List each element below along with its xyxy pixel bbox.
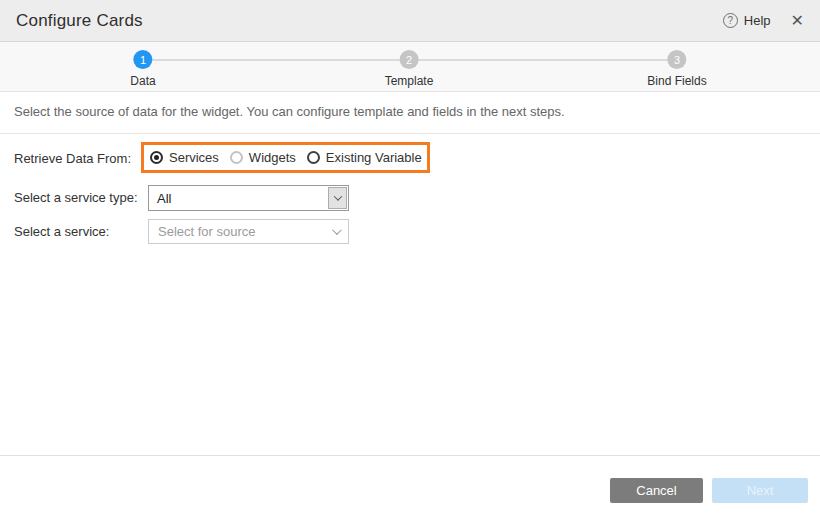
radio-existing-variable-circle[interactable] <box>307 151 320 164</box>
step-3-circle: 3 <box>668 50 687 69</box>
header-actions: ? Help ✕ <box>723 13 804 29</box>
close-icon[interactable]: ✕ <box>791 13 804 29</box>
retrieve-data-label: Retrieve Data From: <box>14 151 131 166</box>
radio-widgets[interactable]: Widgets <box>230 150 296 165</box>
chevron-down-icon <box>332 225 342 235</box>
step-1-label: Data <box>130 74 155 88</box>
step-2-circle: 2 <box>399 50 418 69</box>
radio-services-circle[interactable] <box>150 151 163 164</box>
radio-services-label: Services <box>169 150 219 165</box>
step-2-label: Template <box>385 74 434 88</box>
radio-widgets-circle[interactable] <box>230 151 243 164</box>
service-type-selected-value: All <box>149 191 171 206</box>
help-icon[interactable]: ? <box>723 13 738 28</box>
service-type-dropdown-button[interactable] <box>328 187 347 209</box>
next-button[interactable]: Next <box>712 478 808 503</box>
service-select[interactable]: Select for source <box>148 219 349 244</box>
radio-widgets-label: Widgets <box>249 150 296 165</box>
service-label: Select a service: <box>14 224 109 239</box>
radio-services[interactable]: Services <box>150 150 219 165</box>
dialog-header: Configure Cards ? Help ✕ <box>0 0 820 42</box>
service-type-select[interactable]: All <box>148 185 349 211</box>
radio-existing-variable-label: Existing Variable <box>326 150 422 165</box>
footer-divider <box>0 455 820 456</box>
help-link[interactable]: Help <box>744 13 771 28</box>
page-title: Configure Cards <box>16 11 143 31</box>
radio-existing-variable[interactable]: Existing Variable <box>307 150 422 165</box>
step-bind-fields[interactable]: 3 Bind Fields <box>647 50 706 88</box>
wizard-stepper: 1 Data 2 Template 3 Bind Fields <box>0 42 820 92</box>
description-text: Select the source of data for the widget… <box>14 104 804 119</box>
description-divider <box>0 133 820 134</box>
chevron-down-icon <box>333 192 341 200</box>
step-1-circle: 1 <box>133 50 152 69</box>
data-source-radio-group: Services Widgets Existing Variable <box>141 142 430 173</box>
service-select-placeholder: Select for source <box>158 224 256 239</box>
service-type-label: Select a service type: <box>14 190 138 205</box>
step-3-label: Bind Fields <box>647 74 706 88</box>
step-data[interactable]: 1 Data <box>130 50 155 88</box>
configure-cards-dialog: Configure Cards ? Help ✕ 1 Data 2 Templa… <box>0 0 820 520</box>
step-template[interactable]: 2 Template <box>385 50 434 88</box>
cancel-button[interactable]: Cancel <box>610 478 703 503</box>
